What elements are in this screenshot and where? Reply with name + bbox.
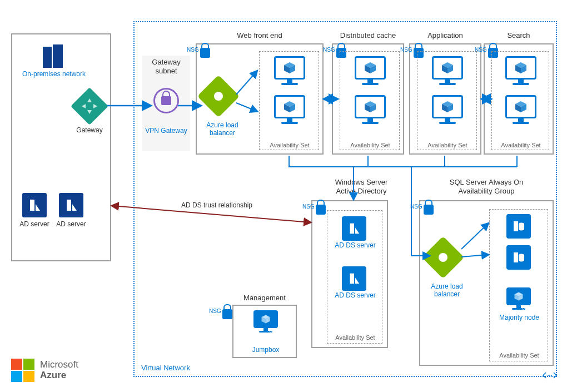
svg-marker-5 (36, 204, 40, 211)
vm-icon (355, 95, 386, 126)
mgmt-title: Management (232, 294, 297, 302)
adds1-label: AD DS server (327, 242, 383, 249)
adds-vm-2 (342, 266, 366, 291)
sql-lb (428, 242, 458, 272)
vm-icon (505, 56, 536, 87)
majority-node: VM (506, 287, 531, 312)
db-icon (506, 214, 531, 239)
vpn-label: VPN Gateway (142, 127, 190, 135)
ad-server-1 (22, 193, 47, 217)
trust-label: AD DS trust relationship (161, 201, 272, 209)
ad-server-2 (59, 193, 83, 217)
vm-icon (274, 56, 305, 87)
app-avset-label: Availability Set (417, 142, 478, 148)
onprem-network: On-premises network Gateway AD server AD… (11, 33, 111, 261)
tier-app: NSG Availability Set (409, 43, 481, 155)
web-avset-label: Availability Set (260, 142, 320, 148)
search-avset-label: Availability Set (492, 142, 550, 148)
vnet-label: Virtual Network (141, 364, 190, 372)
svg-rect-39 (514, 221, 518, 231)
tier-cache-title: Distributed cache (332, 31, 404, 39)
ms-logo-icon (11, 359, 34, 382)
svg-marker-0 (87, 98, 92, 102)
svg-rect-35 (350, 224, 354, 234)
adserver-icon (22, 193, 47, 217)
svg-rect-37 (350, 274, 354, 284)
gateway-icon (71, 87, 108, 125)
sql-title: SQL Server Always OnAvailability Group (419, 178, 554, 195)
sql-avset: VM Majority node Availability Set (489, 209, 548, 361)
svg-marker-3 (93, 104, 97, 108)
adds-vm-1 (342, 216, 366, 241)
gateway-subnet-title: Gateway subnet (142, 56, 190, 75)
sql-node-1 (506, 214, 531, 239)
onprem-title: On-premises network (18, 70, 90, 78)
web-lb (203, 81, 233, 111)
tier-web: NSG Azure load balancer Availability Set (196, 43, 324, 155)
addirectory-box: NSG AD DS server AD DS server Availabili… (311, 200, 388, 348)
gateway-subnet: Gateway subnet VPN Gateway (142, 56, 190, 151)
nsg-badge: NSG (222, 309, 237, 325)
adserver1-label: AD server (16, 220, 53, 228)
vm-icon (505, 95, 536, 126)
tier-search: NSG Availability Set (484, 43, 554, 155)
vm-icon: VM (253, 310, 278, 335)
ad-avset: AD DS server AD DS server Availability S… (327, 210, 382, 344)
svg-marker-7 (72, 204, 77, 211)
web-lb-label: Azure load balancer (196, 121, 249, 137)
cache-avset-label: Availability Set (340, 142, 400, 148)
svg-point-10 (551, 375, 552, 376)
cache-avset: Availability Set (340, 51, 400, 150)
gateway-label: Gateway (68, 126, 111, 134)
tier-web-title: Web front end (196, 31, 324, 39)
vpn-gateway-icon (153, 88, 179, 113)
tier-app-title: Application (409, 31, 481, 39)
ad-title: Windows ServerActive Directory (311, 178, 411, 195)
load-balancer-icon (422, 236, 464, 279)
svg-point-9 (549, 375, 550, 376)
vm-icon (432, 56, 463, 87)
logo-text: MicrosoftAzure (40, 360, 78, 380)
vm-icon (274, 95, 305, 126)
adds2-label: AD DS server (327, 292, 383, 299)
azure-logo: MicrosoftAzure (11, 359, 78, 382)
search-avset: Availability Set (491, 51, 549, 150)
svg-marker-2 (82, 104, 86, 108)
adserver-icon (342, 266, 366, 291)
vm-icon (355, 56, 386, 87)
vm-icon (432, 95, 463, 126)
svg-rect-6 (67, 200, 71, 211)
majority-label: Majority node (490, 314, 549, 321)
sql-node-2 (506, 245, 531, 270)
svg-rect-4 (30, 200, 34, 211)
vm-icon: VM (506, 287, 531, 312)
ad-avset-label: Availability Set (327, 334, 383, 341)
tier-search-title: Search (484, 31, 554, 39)
svg-rect-41 (514, 252, 518, 262)
nsg-badge: NSG (424, 205, 438, 220)
web-avset: Availability Set (259, 51, 319, 150)
jumpbox: VM (253, 310, 278, 335)
sql-lb-label: Azure load balancer (420, 282, 474, 299)
app-avset: Availability Set (417, 51, 477, 150)
management-box: NSG VM Jumpbox (232, 305, 297, 358)
svg-marker-36 (355, 227, 359, 234)
adserver2-label: AD server (52, 220, 90, 228)
buildings-icon (43, 44, 63, 68)
load-balancer-icon (197, 75, 240, 117)
sql-box: NSG Azure load balancer VM Majority node… (419, 200, 554, 366)
jumpbox-label: Jumpbox (233, 346, 298, 354)
svg-marker-1 (87, 110, 92, 114)
vpn-gateway (153, 88, 179, 113)
nsg-badge: NSG (200, 48, 215, 63)
db-icon (506, 245, 531, 270)
svg-point-8 (548, 375, 549, 376)
expand-icon[interactable] (541, 370, 558, 381)
adserver-icon (342, 216, 366, 241)
sql-avset-label: Availability Set (490, 352, 549, 359)
tier-cache: NSG Availability Set (332, 43, 404, 155)
svg-marker-38 (355, 277, 359, 284)
onprem-gateway (76, 93, 103, 120)
adserver-icon (59, 193, 83, 217)
